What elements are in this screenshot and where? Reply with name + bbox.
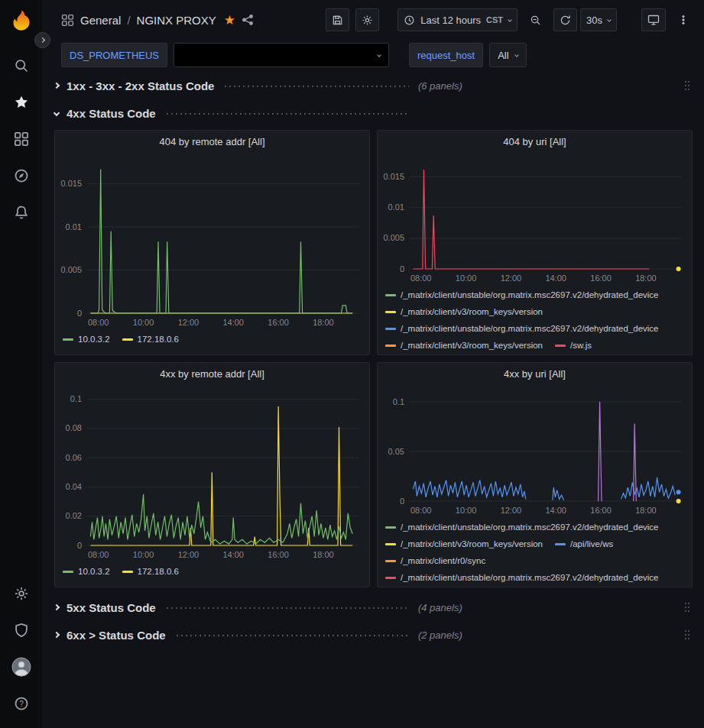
gear-icon (362, 15, 373, 26)
legend-item[interactable]: 10.0.3.2 (63, 565, 110, 578)
legend-swatch (385, 345, 396, 347)
legend-label: /api/live/ws (570, 538, 613, 551)
row-1xx-3xx-2xx-status-code[interactable]: 1xx - 3xx - 2xx Status Code (6 panels) (54, 75, 693, 96)
svg-text:12:00: 12:00 (178, 318, 200, 327)
svg-text:0: 0 (77, 541, 82, 550)
sidebar: ? (0, 0, 42, 728)
breadcrumb: General / NGINX PROXY ★ (61, 12, 254, 28)
panel-title: 404 by uri [All] (503, 136, 566, 147)
legend-label: 172.18.0.6 (138, 565, 179, 578)
legend-swatch (122, 338, 133, 341)
sidebar-item-configuration[interactable] (0, 575, 42, 612)
panel-header[interactable]: 4xx by remote addr [All] (55, 363, 369, 384)
tv-mode-button[interactable] (641, 8, 666, 31)
row-drag-handle[interactable] (683, 79, 691, 92)
svg-text:16:00: 16:00 (590, 273, 612, 283)
legend-item[interactable]: 10.0.3.2 (63, 333, 110, 346)
sidebar-item-starred[interactable] (0, 84, 42, 121)
row-title-wrap: 6xx > Status Code (54, 629, 418, 642)
row-drag-handle[interactable] (683, 601, 691, 613)
share-icon[interactable] (242, 14, 254, 26)
grafana-logo[interactable] (8, 8, 34, 34)
sidebar-item-profile[interactable] (0, 649, 42, 685)
refresh-button[interactable] (553, 8, 577, 31)
dashboard-topbar: General / NGINX PROXY ★ (42, 0, 704, 40)
more-menu-button[interactable] (672, 8, 695, 31)
datasource-select[interactable] (174, 43, 389, 67)
sidebar-expand-toggle[interactable] (34, 32, 50, 48)
sidebar-item-server-admin[interactable] (0, 612, 42, 649)
chart-4xx-by-uri[interactable]: 00.050.108:0010:0012:0014:0016:0018:00 (378, 384, 693, 518)
request-host-variable-label[interactable]: request_host (409, 43, 483, 67)
chevron-down-icon (508, 18, 512, 22)
legend-item[interactable]: 172.18.0.6 (122, 565, 179, 578)
legend: /_matrix/client/unstable/org.matrix.msc2… (378, 286, 692, 351)
grafana-flame-icon (10, 9, 33, 32)
svg-text:0.015: 0.015 (383, 172, 404, 181)
legend-label: /sw.js (570, 339, 592, 351)
gear-icon (14, 586, 29, 601)
refresh-interval-picker[interactable]: 30s (580, 8, 617, 31)
row-panel-count: (6 panels) (418, 80, 462, 92)
kebab-menu-icon (678, 14, 689, 26)
breadcrumb-section[interactable]: General (80, 14, 121, 27)
legend-item[interactable]: /sw.js (555, 339, 592, 351)
dashboard-settings-button[interactable] (355, 8, 379, 31)
legend-item[interactable]: /_matrix/client/r0/sync (385, 555, 485, 568)
chart-404-by-remote-addr[interactable]: 00.0050.010.01508:0010:0012:0014:0016:00… (55, 152, 370, 330)
row-5xx-status-code[interactable]: 5xx Status Code (4 panels) (54, 597, 693, 618)
legend-label: /_matrix/client/unstable/org.matrix.msc2… (401, 571, 659, 584)
panel-header[interactable]: 4xx by uri [All] (378, 363, 692, 384)
shield-icon (14, 623, 29, 638)
legend-label: /_matrix/client/r0/sync (401, 555, 485, 568)
legend-item[interactable]: /_matrix/client/v3/room_keys/version (385, 339, 543, 351)
drag-dots-icon (683, 629, 691, 641)
chart-4xx-by-remote-addr[interactable]: 00.020.040.060.080.108:0010:0012:0014:00… (55, 384, 370, 562)
row-title: 5xx Status Code (67, 601, 156, 614)
main-area: General / NGINX PROXY ★ (42, 0, 704, 728)
datasource-variable-label[interactable]: DS_PROMETHEUS (61, 43, 167, 67)
legend-item[interactable]: /_matrix/client/unstable/org.matrix.msc2… (385, 521, 659, 534)
legend-label: 10.0.3.2 (78, 333, 110, 346)
row-drag-handle[interactable] (683, 629, 691, 641)
legend-item[interactable]: /_matrix/client/v3/room_keys/version (385, 538, 543, 551)
request-host-select[interactable]: All (489, 43, 526, 67)
sidebar-item-explore[interactable] (0, 157, 42, 194)
svg-text:16:00: 16:00 (268, 318, 289, 327)
sidebar-item-alerting[interactable] (0, 194, 42, 231)
sidebar-item-dashboards[interactable] (0, 121, 42, 157)
svg-text:18:00: 18:00 (313, 550, 334, 559)
svg-text:0.04: 0.04 (66, 482, 82, 491)
zoom-out-button[interactable] (524, 8, 547, 31)
legend-item[interactable]: /_matrix/client/unstable/org.matrix.msc2… (385, 571, 659, 584)
panel-header[interactable]: 404 by remote addr [All] (55, 131, 369, 152)
legend-item[interactable]: /_matrix/client/v3/room_keys/version (385, 306, 543, 319)
legend-item[interactable]: 172.18.0.6 (122, 333, 179, 346)
search-button[interactable] (0, 47, 42, 84)
legend-label: 10.0.3.2 (78, 565, 110, 578)
save-dashboard-button[interactable] (326, 8, 349, 31)
legend-item[interactable]: /_matrix/client/unstable/org.matrix.msc2… (385, 289, 659, 302)
svg-text:10:00: 10:00 (133, 318, 154, 327)
sidebar-item-help[interactable]: ? (0, 685, 42, 722)
star-icon (14, 95, 29, 110)
svg-text:0.06: 0.06 (66, 453, 82, 462)
panel-404-by-uri: 404 by uri [All] 00.0050.010.01508:0010:… (377, 130, 693, 355)
chart-404-by-uri[interactable]: 00.0050.010.01508:0010:0012:0014:0016:00… (378, 152, 693, 286)
row-dotted-filler (165, 112, 409, 115)
row-title: 6xx > Status Code (67, 629, 166, 642)
breadcrumb-dashboard-title[interactable]: NGINX PROXY (137, 14, 216, 27)
legend-swatch (122, 571, 133, 573)
legend-item[interactable]: /_matrix/client/unstable/org.matrix.msc2… (385, 322, 659, 335)
svg-text:08:00: 08:00 (88, 550, 109, 559)
time-range-picker[interactable]: Last 12 hours CST (397, 8, 517, 31)
svg-text:0: 0 (77, 309, 82, 318)
row-6xx-status-code[interactable]: 6xx > Status Code (2 panels) (54, 624, 693, 645)
favorite-star-icon[interactable]: ★ (224, 12, 235, 28)
panel-header[interactable]: 404 by uri [All] (378, 131, 692, 152)
panel-grid: 404 by remote addr [All] 00.0050.010.015… (54, 130, 693, 587)
legend-item[interactable]: /api/live/ws (555, 538, 613, 551)
row-4xx-status-code[interactable]: 4xx Status Code (54, 102, 693, 124)
svg-text:08:00: 08:00 (410, 506, 432, 515)
drag-dots-icon (683, 601, 691, 613)
